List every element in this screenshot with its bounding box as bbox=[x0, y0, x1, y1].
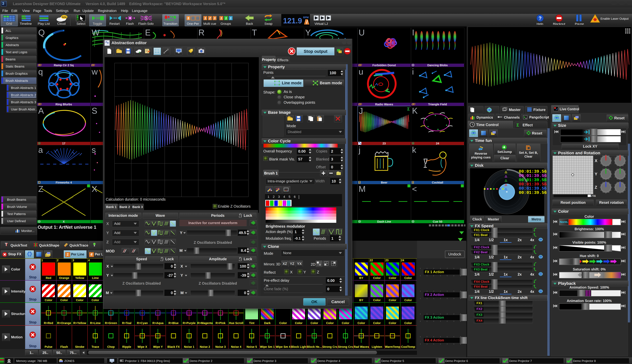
svg-text:Σ: Σ bbox=[516, 123, 519, 127]
svg-text:+: + bbox=[270, 189, 272, 192]
svg-text:1: 1 bbox=[204, 16, 206, 20]
svg-text:1: 1 bbox=[230, 16, 232, 20]
svg-text:S: S bbox=[145, 16, 147, 20]
svg-text:beta: beta bbox=[62, 16, 67, 18]
svg-text:2: 2 bbox=[209, 16, 211, 20]
svg-text:?: ? bbox=[539, 15, 542, 21]
svg-text:T: T bbox=[5, 242, 8, 247]
svg-text:1: 1 bbox=[225, 16, 227, 20]
svg-text:1: 1 bbox=[220, 16, 222, 20]
svg-text:3: 3 bbox=[214, 16, 216, 20]
svg-text:1: 1 bbox=[188, 16, 189, 20]
